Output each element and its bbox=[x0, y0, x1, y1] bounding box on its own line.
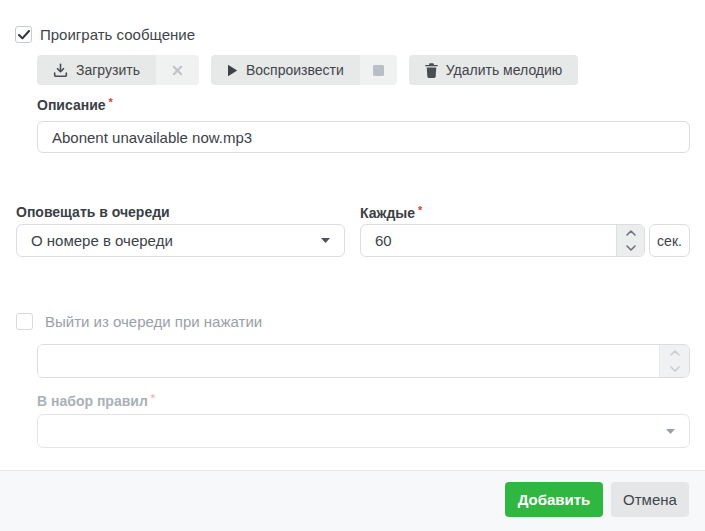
play-icon bbox=[227, 64, 238, 77]
upload-melody-label: Загрузить bbox=[76, 62, 140, 78]
every-spinner bbox=[616, 225, 644, 256]
every-input[interactable] bbox=[361, 225, 616, 256]
close-icon bbox=[172, 65, 183, 76]
exit-queue-input[interactable] bbox=[38, 345, 659, 377]
play-melody-button[interactable]: Воспроизвести bbox=[211, 55, 360, 85]
clear-melody-button[interactable] bbox=[156, 55, 199, 85]
exit-queue-checkbox[interactable] bbox=[16, 313, 33, 330]
exit-queue-spinner bbox=[659, 345, 689, 377]
playback-button-group: Воспроизвести bbox=[211, 55, 397, 85]
dialog-footer: Добавить Отмена bbox=[0, 470, 705, 531]
description-label: Описание* bbox=[37, 96, 113, 113]
every-unit-label: сек. bbox=[657, 233, 682, 249]
exit-queue-input-group bbox=[37, 344, 690, 378]
upload-button-group: Загрузить bbox=[37, 55, 199, 85]
exit-queue-label: Выйти из очереди при нажатии bbox=[45, 313, 262, 330]
every-spin-down-button[interactable] bbox=[617, 241, 644, 257]
chevron-down-icon bbox=[666, 429, 675, 434]
add-button[interactable]: Добавить bbox=[505, 482, 603, 517]
trash-icon bbox=[425, 63, 438, 78]
stop-melody-button[interactable] bbox=[360, 55, 397, 85]
exit-queue-spin-down-button[interactable] bbox=[660, 361, 689, 377]
checkmark-icon bbox=[18, 30, 30, 40]
notify-in-queue-value: О номере в очереди bbox=[31, 232, 173, 249]
stop-icon bbox=[373, 65, 384, 76]
play-message-checkbox[interactable] bbox=[15, 26, 32, 43]
required-asterisk: * bbox=[418, 204, 422, 216]
cancel-button[interactable]: Отмена bbox=[611, 482, 689, 517]
melody-toolbar: Загрузить Воспроизвести bbox=[37, 55, 578, 85]
every-label: Каждые* bbox=[360, 204, 422, 221]
required-asterisk: * bbox=[151, 392, 155, 404]
notify-in-queue-select[interactable]: О номере в очереди bbox=[16, 224, 345, 257]
every-unit-addon: сек. bbox=[649, 224, 690, 257]
description-input[interactable] bbox=[37, 121, 690, 153]
every-input-group bbox=[360, 224, 645, 257]
upload-melody-button[interactable]: Загрузить bbox=[37, 55, 156, 85]
notify-in-queue-label: Оповещать в очереди bbox=[16, 204, 170, 220]
every-spin-up-button[interactable] bbox=[617, 225, 644, 241]
dialog-form: Проиграть сообщение Загрузить bbox=[0, 0, 705, 531]
play-message-label: Проиграть сообщение bbox=[40, 26, 195, 43]
chevron-down-icon bbox=[321, 238, 330, 243]
exit-queue-spin-up-button[interactable] bbox=[660, 345, 689, 361]
rule-set-select[interactable] bbox=[37, 414, 690, 448]
required-asterisk: * bbox=[109, 96, 113, 108]
delete-melody-label: Удалить мелодию bbox=[446, 62, 563, 78]
delete-melody-button[interactable]: Удалить мелодию bbox=[409, 55, 579, 85]
download-icon bbox=[53, 63, 68, 78]
rule-set-label: В набор правил* bbox=[37, 392, 155, 409]
play-melody-label: Воспроизвести bbox=[246, 62, 344, 78]
